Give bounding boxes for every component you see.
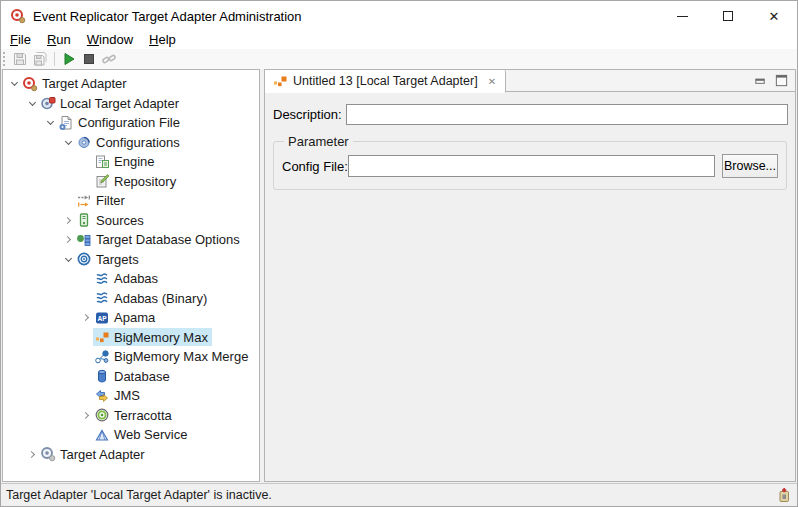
bigmemory-max-icon <box>94 329 110 345</box>
chevron-none <box>79 271 93 287</box>
chevron-collapsed-icon[interactable] <box>25 446 39 462</box>
tree-item-jms[interactable]: JMS <box>3 386 259 406</box>
tree-item-configurations[interactable]: Configurations <box>3 133 259 153</box>
repository-icon <box>94 173 110 189</box>
parameter-group-title: Parameter <box>284 134 353 149</box>
engine-icon <box>94 154 110 170</box>
tree-item-targets[interactable]: Targets <box>3 250 259 270</box>
toolbar-separator <box>54 52 55 66</box>
chevron-collapsed-icon[interactable] <box>79 310 93 326</box>
tree-item-terracotta[interactable]: Terracotta <box>3 406 259 426</box>
tab-untitled-13[interactable]: Untitled 13 [Local Target Adapter] ✕ <box>265 70 506 93</box>
stop-icon <box>81 51 97 67</box>
tree-item-bigmemory-max[interactable]: BigMemory Max <box>3 328 259 348</box>
configuration-file-icon <box>58 115 74 131</box>
tree-item-adabas[interactable]: Adabas <box>3 269 259 289</box>
chevron-none <box>79 427 93 443</box>
menu-window[interactable]: Window <box>79 31 141 49</box>
editor-body: Description: Parameter Config File: Brow… <box>265 93 795 481</box>
targets-icon <box>76 251 92 267</box>
tree-item-adabas-binary[interactable]: Adabas (Binary) <box>3 289 259 309</box>
view-buttons <box>753 73 789 92</box>
maximize-view-button[interactable] <box>774 73 789 92</box>
bigmemory-max-merge-icon <box>94 349 110 365</box>
tree-item-label: Targets <box>96 252 139 267</box>
local-target-adapter-icon <box>40 95 56 111</box>
disconnect-button[interactable] <box>99 50 119 68</box>
tree-item-label: Configuration File <box>78 115 180 130</box>
chevron-expanded-icon[interactable] <box>25 95 39 111</box>
tree-item-apama[interactable]: AP Apama <box>3 308 259 328</box>
chevron-collapsed-icon[interactable] <box>61 212 75 228</box>
app-window: Event Replicator Target Adapter Administ… <box>0 0 798 507</box>
save-icon <box>12 51 28 67</box>
chevron-expanded-icon[interactable] <box>61 134 75 150</box>
tree-item-label: Apama <box>114 310 155 325</box>
web-service-icon <box>94 427 110 443</box>
save-button[interactable] <box>10 50 30 68</box>
tree-item-label: Target Adapter <box>42 76 127 91</box>
minimize-view-button[interactable] <box>753 73 768 92</box>
terracotta-icon <box>94 407 110 423</box>
selected-tree-row: BigMemory Max <box>93 328 212 346</box>
tree-item-engine[interactable]: Engine <box>3 152 259 172</box>
save-all-icon <box>32 51 48 67</box>
tab-title: Untitled 13 [Local Target Adapter] <box>293 74 478 88</box>
title-bar: Event Replicator Target Adapter Administ… <box>1 1 797 31</box>
tree-item-label: Repository <box>114 174 176 189</box>
tree-item-target-database-options[interactable]: Target Database Options <box>3 230 259 250</box>
target-adapter-icon <box>22 76 38 92</box>
chevron-none <box>79 388 93 404</box>
tree-item-web-service[interactable]: Web Service <box>3 425 259 445</box>
browse-button[interactable]: Browse... <box>722 154 778 178</box>
configurations-icon <box>76 134 92 150</box>
menu-help[interactable]: Help <box>141 31 184 49</box>
tree-item-label: Engine <box>114 154 154 169</box>
close-icon[interactable]: ✕ <box>486 75 498 88</box>
status-message: Target Adapter 'Local Target Adapter' is… <box>6 488 272 502</box>
tree-item-bigmemory-max-merge[interactable]: BigMemory Max Merge <box>3 347 259 367</box>
tree-item-label: Web Service <box>114 427 187 442</box>
chevron-collapsed-icon[interactable] <box>61 232 75 248</box>
jms-icon <box>94 388 110 404</box>
chevron-none <box>61 193 75 209</box>
minimize-icon <box>677 16 688 17</box>
tree-item-database[interactable]: Database <box>3 367 259 387</box>
chevron-collapsed-icon[interactable] <box>79 407 93 423</box>
save-all-button[interactable] <box>30 50 50 68</box>
tree-item-target-adapter-2[interactable]: Target Adapter <box>3 445 259 465</box>
run-icon <box>61 51 77 67</box>
target-database-options-icon <box>76 232 92 248</box>
tree-item-target-adapter[interactable]: Target Adapter <box>3 74 259 94</box>
tree-item-label: Adabas <box>114 271 158 286</box>
toolbar-drag-handle[interactable] <box>3 52 6 66</box>
tree-item-label: Terracotta <box>114 408 172 423</box>
description-input[interactable] <box>346 104 788 125</box>
main-area: Target Adapter Local Target Adapter Conf… <box>1 69 797 483</box>
menu-file[interactable]: File <box>2 31 39 49</box>
svg-text:AP: AP <box>97 314 107 321</box>
tree-item-label: Sources <box>96 213 144 228</box>
tree-item-sources[interactable]: Sources <box>3 211 259 231</box>
chevron-expanded-icon[interactable] <box>43 115 57 131</box>
close-icon: ✕ <box>769 10 780 23</box>
chevron-none <box>79 154 93 170</box>
tree-item-local-target-adapter[interactable]: Local Target Adapter <box>3 94 259 114</box>
tree-item-configuration-file[interactable]: Configuration File <box>3 113 259 133</box>
stop-button[interactable] <box>79 50 99 68</box>
chevron-expanded-icon[interactable] <box>61 251 75 267</box>
tree-item-label: Database <box>114 369 170 384</box>
disconnect-icon <box>101 51 117 67</box>
run-button[interactable] <box>59 50 79 68</box>
maximize-button[interactable] <box>705 1 751 31</box>
maximize-icon <box>723 11 733 21</box>
error-log-icon[interactable] <box>776 487 792 503</box>
tree-item-filter[interactable]: Filter <box>3 191 259 211</box>
minimize-button[interactable] <box>659 1 705 31</box>
chevron-none <box>79 349 93 365</box>
config-file-input[interactable] <box>348 155 715 177</box>
menu-run[interactable]: Run <box>39 31 79 49</box>
tree-item-repository[interactable]: Repository <box>3 172 259 192</box>
chevron-expanded-icon[interactable] <box>7 76 21 92</box>
close-button[interactable]: ✕ <box>751 1 797 31</box>
